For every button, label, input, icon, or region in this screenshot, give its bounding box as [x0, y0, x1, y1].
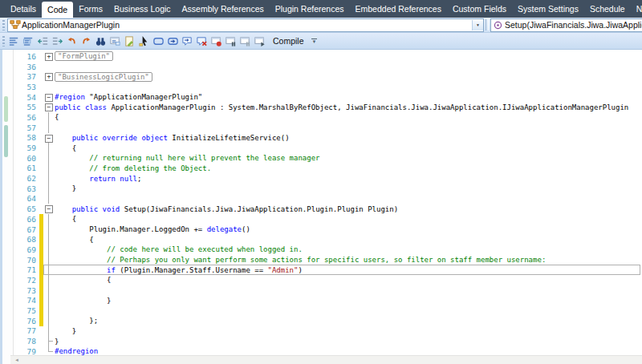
tab-custom-fields[interactable]: Custom Fields	[447, 0, 512, 18]
insert-snippet-icon[interactable]	[123, 34, 136, 48]
code-line[interactable]: 60 // returning null here will prevent t…	[10, 153, 642, 164]
fold-toggle[interactable]: +	[44, 71, 55, 82]
code-line[interactable]: 73	[10, 285, 642, 296]
code-text: "FormPlugin"	[55, 51, 642, 61]
change-bar	[39, 224, 43, 235]
code-line[interactable]: 57	[10, 123, 642, 133]
line-number: 62	[10, 174, 39, 183]
collapsed-region[interactable]: "BusinessLogicPlugin"	[55, 72, 152, 82]
indent-icon[interactable]	[51, 34, 64, 48]
fold-margin	[44, 123, 55, 133]
replace-window-icon[interactable]	[108, 34, 122, 48]
tab-schedule[interactable]: Schedule	[584, 0, 631, 18]
code-line[interactable]: 55−public class ApplicationManagerPlugin…	[10, 102, 642, 112]
code-line[interactable]: 66 {	[10, 214, 642, 224]
change-bar	[39, 316, 43, 326]
region-box-arrow-icon[interactable]	[166, 34, 180, 48]
change-bar	[39, 51, 43, 62]
tab-notes[interactable]: Notes	[631, 0, 642, 18]
code-line[interactable]: 36	[10, 62, 642, 72]
code-line[interactable]: 59 {	[10, 143, 642, 153]
line-number: 61	[10, 164, 39, 172]
breakpoint-icon[interactable]	[209, 34, 223, 48]
toolbar-grip[interactable]	[2, 20, 5, 30]
code-line[interactable]: 69 // code here will be executed when lo…	[10, 245, 642, 255]
redo-icon[interactable]	[79, 34, 93, 48]
code-line[interactable]: 54−#region "ApplicationManagerPlugin"	[10, 92, 642, 103]
code-line[interactable]: 61 // from deleting the Object.	[10, 164, 642, 174]
collapsed-region[interactable]: "FormPlugin"	[55, 51, 113, 61]
code-editor[interactable]: 16+"FormPlugin"3637+"BusinessLogicPlugin…	[0, 50, 642, 364]
fold-toggle[interactable]: −	[44, 204, 55, 214]
tab-details[interactable]: Details	[5, 0, 42, 18]
fold-margin	[44, 164, 55, 174]
fold-margin	[44, 234, 55, 245]
code-line[interactable]: 74 }	[10, 296, 642, 306]
code-line[interactable]: 76 };	[10, 316, 642, 326]
plugin-editor-window: DetailsCodeFormsBusiness LogicAssembly R…	[0, 0, 642, 364]
delete-comment-icon[interactable]	[195, 34, 209, 48]
format-lines-icon[interactable]	[7, 34, 21, 48]
outdent-icon[interactable]	[36, 34, 50, 48]
code-text: #region "ApplicationManagerPlugin"	[55, 93, 642, 101]
tab-assembly-references[interactable]: Assembly References	[177, 0, 270, 18]
class-selector-combo[interactable]: ApplicationManagerPlugin ▼	[7, 18, 484, 32]
code-line[interactable]: 56{	[10, 112, 642, 123]
chevron-down-icon[interactable]: ▼	[472, 20, 483, 30]
code-line[interactable]: 16+"FormPlugin"	[10, 51, 642, 62]
code-line[interactable]: 53	[10, 82, 642, 92]
line-number: 71	[10, 265, 39, 274]
code-text: public void Setup(JiwaFinancials.Jiwa.Ji…	[55, 205, 642, 213]
code-line[interactable]: 67 Plugin.Manager.LoggedOn += delegate()	[10, 224, 642, 235]
breakpoint-disabled-icon[interactable]	[238, 34, 252, 48]
code-line[interactable]: 65− public void Setup(JiwaFinancials.Jiw…	[10, 204, 642, 214]
fold-margin	[44, 62, 55, 72]
code-line[interactable]: 68 {	[10, 234, 642, 245]
code-navigation-bar: ApplicationManagerPlugin ▼ Setup(JiwaFin…	[0, 18, 642, 33]
tab-plugin-references[interactable]: Plugin References	[270, 0, 350, 18]
code-line[interactable]: 37+"BusinessLogicPlugin"	[10, 71, 642, 82]
code-line[interactable]: 58− public override object InitializeLif…	[10, 133, 642, 144]
code-line[interactable]: 62 return null;	[10, 173, 642, 184]
change-bar	[39, 92, 43, 103]
code-line[interactable]: 64	[10, 194, 642, 204]
fold-toggle[interactable]: −	[44, 92, 55, 103]
fold-toggle[interactable]: −	[44, 133, 55, 144]
fold-toggle[interactable]: +	[44, 51, 55, 62]
toolbar-grip[interactable]	[2, 36, 5, 47]
line-number: 66	[10, 215, 39, 224]
format-selection-icon[interactable]	[22, 34, 35, 48]
code-text: #endregion	[55, 347, 642, 355]
comment-bubble-icon[interactable]	[181, 34, 194, 48]
code-text: "BusinessLogicPlugin"	[55, 72, 642, 82]
method-selector-combo[interactable]: Setup(JiwaFinancials.Jiwa.JiwaApplicatio…	[490, 18, 642, 32]
code-line[interactable]: 71 if (Plugin.Manager.Staff.Username == …	[10, 265, 642, 275]
find-icon[interactable]	[94, 34, 108, 48]
tab-business-logic[interactable]: Business Logic	[108, 0, 177, 18]
tab-code[interactable]: Code	[42, 2, 73, 18]
tab-embedded-references[interactable]: Embedded References	[350, 0, 447, 18]
fold-toggle[interactable]: −	[44, 102, 55, 112]
code-line[interactable]: 75	[10, 305, 642, 316]
horizontal-scrollbar[interactable]: ◄	[10, 355, 642, 364]
code-line[interactable]: 78}	[10, 336, 642, 346]
run-to-cursor-icon[interactable]	[253, 34, 266, 48]
line-number: 16	[10, 52, 39, 61]
scroll-left-arrow[interactable]: ◄	[10, 358, 23, 362]
code-line[interactable]: 70 // Perhaps you only want perform some…	[10, 255, 642, 265]
tab-system-settings[interactable]: System Settings	[512, 0, 584, 18]
code-text: // from deleting the Object.	[55, 164, 642, 172]
change-bar	[39, 255, 43, 265]
code-line[interactable]: 77 }	[10, 326, 642, 337]
breakpoint-pause-icon[interactable]	[224, 34, 238, 48]
pointer-icon[interactable]	[137, 34, 151, 48]
region-box-icon[interactable]	[152, 34, 165, 48]
change-bar	[39, 285, 43, 296]
code-line[interactable]: 63 }	[10, 184, 642, 194]
toolbar-overflow-button[interactable]: ▼	[310, 34, 319, 47]
undo-icon[interactable]	[65, 34, 79, 48]
compile-button[interactable]: Compile	[267, 34, 310, 48]
change-bar	[39, 112, 43, 123]
code-line[interactable]: 72 {	[10, 275, 642, 285]
tab-forms[interactable]: Forms	[73, 0, 108, 18]
